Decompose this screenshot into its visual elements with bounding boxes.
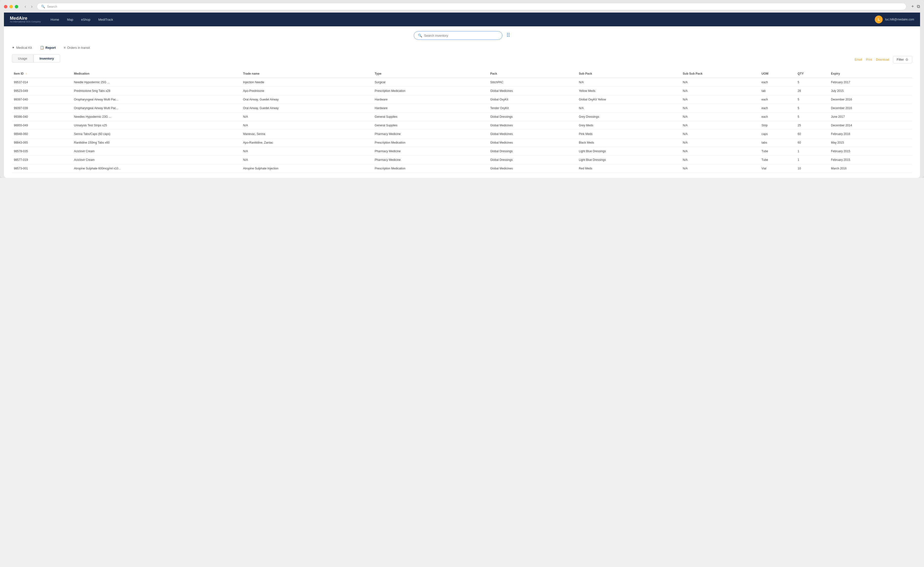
cell-qty: 5: [795, 113, 829, 121]
cell-medication: Oropharyngeal Airway Multi Pac...: [72, 95, 241, 104]
cell-sub-sub-pack: N/A: [681, 121, 760, 130]
tab-orders-in-transit[interactable]: ≡ Orders in transit: [63, 45, 90, 51]
cell-uom: each: [760, 104, 796, 113]
cell-item-id: 98955-049: [12, 121, 72, 130]
table-row: 99523-049 Prednisolone 5mg Tabs x28 Apo-…: [12, 87, 912, 95]
cell-expiry: February 2017: [829, 78, 912, 87]
sub-tab-inventory[interactable]: Inventory: [33, 54, 60, 63]
nav-eshop[interactable]: eShop: [81, 18, 91, 21]
cell-pack: Global Dressings: [488, 147, 577, 156]
cell-uom: each: [760, 113, 796, 121]
cell-pack: Global Dressings: [488, 156, 577, 164]
cell-sub-sub-pack: N/A: [681, 164, 760, 173]
cell-qty: 28: [795, 87, 829, 95]
cell-qty: 5: [795, 104, 829, 113]
table-row: 98578-035 Aciclovir Cream N/A Pharmacy M…: [12, 147, 912, 156]
top-nav: MedAire An International SOS Company Hom…: [4, 12, 920, 26]
sub-tab-usage[interactable]: Usage: [12, 54, 33, 63]
cell-uom: caps: [760, 130, 796, 138]
cell-medication: Ranitidine 150mg Tabs x60: [72, 138, 241, 147]
col-medication: Medication: [72, 69, 241, 78]
filter-button[interactable]: Filter ⚙: [893, 56, 912, 63]
col-item-id[interactable]: Item ID ↑: [12, 69, 72, 78]
cell-expiry: December 2016: [829, 95, 912, 104]
cell-trade-name: Atropine Sulphate Injection: [241, 164, 373, 173]
cell-expiry: February 2015: [829, 147, 912, 156]
col-type: Type: [373, 69, 488, 78]
cell-pack: Global Medicines: [488, 87, 577, 95]
cell-medication: Aciclovir Cream: [72, 156, 241, 164]
logo-sub: An International SOS Company: [10, 20, 41, 23]
logo-text: MedAire: [10, 16, 41, 20]
cell-sub-pack: Black Meds: [577, 138, 681, 147]
app-window: MedAire An International SOS Company Hom…: [4, 12, 920, 178]
cell-item-id: 98948-060: [12, 130, 72, 138]
email-action[interactable]: Email: [855, 58, 862, 61]
cell-sub-pack: Light Blue Dressings: [577, 147, 681, 156]
cell-trade-name: N/A: [241, 121, 373, 130]
nav-meditrack[interactable]: MediTrack: [98, 18, 113, 21]
cell-uom: Vial: [760, 164, 796, 173]
windows-button[interactable]: ⧉: [917, 4, 920, 9]
col-sub-sub-pack: Sub Sub Pack: [681, 69, 760, 78]
cell-type: General Supplies: [373, 121, 488, 130]
cell-qty: 5: [795, 95, 829, 104]
cell-qty: 60: [795, 138, 829, 147]
cell-uom: tabs: [760, 138, 796, 147]
cell-medication: Senna Tabs/Caps (60 caps): [72, 130, 241, 138]
filter-icon: ⚙: [905, 58, 909, 62]
cell-expiry: March 2016: [829, 164, 912, 173]
tab-report[interactable]: 📋 Report: [40, 45, 56, 51]
avatar: L: [875, 15, 883, 23]
print-action[interactable]: Print: [866, 58, 872, 61]
cell-trade-name: Manevac, Senna: [241, 130, 373, 138]
cell-uom: tab: [760, 87, 796, 95]
minimize-button[interactable]: [9, 5, 13, 8]
cell-type: Prescription Medication: [373, 138, 488, 147]
cell-pack: Global Medicines: [488, 138, 577, 147]
browser-chrome: ‹ › 🔍 Search + ⧉ MedAire An Internationa…: [0, 0, 924, 178]
table-row: 98843-065 Ranitidine 150mg Tabs x60 Apo-…: [12, 138, 912, 147]
medical-kit-icon: ✦: [12, 45, 15, 50]
cell-type: Surgical: [373, 78, 488, 87]
cell-item-id: 98578-035: [12, 147, 72, 156]
new-tab-button[interactable]: +: [911, 4, 914, 9]
table-header: Item ID ↑ Medication Trade name Type Pac…: [12, 69, 912, 78]
table-row: 99397-040 Oropharyngeal Airway Multi Pac…: [12, 95, 912, 104]
cell-item-id: 99523-049: [12, 87, 72, 95]
cell-type: Prescription Medication: [373, 164, 488, 173]
cell-expiry: December 2016: [829, 104, 912, 113]
cell-item-id: 98577-019: [12, 156, 72, 164]
forward-button[interactable]: ›: [30, 3, 34, 10]
cell-trade-name: N/A: [241, 113, 373, 121]
table-row: 98577-019 Aciclovir Cream N/A Pharmacy M…: [12, 156, 912, 164]
search-icon: 🔍: [418, 33, 422, 38]
cell-uom: each: [760, 95, 796, 104]
barcode-icon[interactable]: ⠿: [506, 32, 510, 39]
nav-home[interactable]: Home: [51, 18, 59, 21]
search-input[interactable]: [424, 34, 498, 38]
cell-trade-name: Oral Airway, Guedel Airway: [241, 104, 373, 113]
cell-qty: 10: [795, 164, 829, 173]
close-button[interactable]: [4, 5, 8, 8]
nav-links: Home Map eShop MediTrack: [51, 18, 875, 21]
cell-expiry: July 2015: [829, 87, 912, 95]
cell-sub-pack: Grey Meds: [577, 121, 681, 130]
col-qty: QTY: [795, 69, 829, 78]
nav-map[interactable]: Map: [67, 18, 73, 21]
maximize-button[interactable]: [15, 5, 18, 8]
cell-type: Prescription Medication: [373, 87, 488, 95]
tab-medical-kit[interactable]: ✦ Medical Kit: [12, 45, 32, 51]
cell-expiry: December 2014: [829, 121, 912, 130]
actions-bar: Email Print Download Filter ⚙: [855, 56, 912, 63]
cell-medication: Needle Hypodermic 25G ...: [72, 78, 241, 87]
back-button[interactable]: ‹: [23, 3, 28, 10]
download-action[interactable]: Download: [876, 58, 889, 61]
url-bar[interactable]: 🔍 Search: [37, 3, 906, 10]
cell-expiry: June 2017: [829, 113, 912, 121]
search-icon: 🔍: [41, 5, 45, 8]
cell-item-id: 98843-065: [12, 138, 72, 147]
browser-titlebar: ‹ › 🔍 Search + ⧉: [4, 3, 920, 10]
cell-type: Pharmacy Medicine: [373, 130, 488, 138]
cell-qty: 5: [795, 78, 829, 87]
